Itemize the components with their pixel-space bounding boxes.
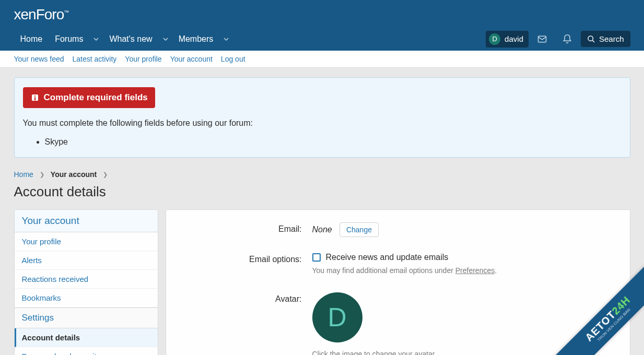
search-button[interactable]: Search	[581, 31, 630, 47]
svg-point-1	[588, 36, 593, 41]
notice-text: You must complete the following fields b…	[23, 119, 622, 128]
sidebar-item-account-details[interactable]: Account details	[15, 328, 158, 347]
alerts-icon[interactable]	[556, 29, 579, 50]
sidebar-head: Your account	[15, 210, 158, 232]
user-name: david	[505, 34, 523, 43]
nav-members[interactable]: Members	[172, 28, 220, 50]
members-toggle-icon[interactable]	[219, 30, 233, 48]
user-avatar-small: D	[489, 33, 500, 45]
page-title: Account details	[14, 184, 630, 200]
subnav-latest[interactable]: Latest activity	[73, 55, 117, 63]
receive-news-label: Receive news and update emails	[326, 253, 449, 262]
inbox-icon[interactable]	[531, 29, 554, 50]
subnav-logout[interactable]: Log out	[221, 55, 245, 63]
search-label: Search	[599, 34, 624, 43]
nav-home[interactable]: Home	[14, 28, 49, 50]
info-icon	[30, 93, 40, 102]
email-options-hint: You may find additional email options un…	[312, 266, 619, 275]
nav-forums[interactable]: Forums	[49, 28, 89, 50]
whatsnew-toggle-icon[interactable]	[159, 30, 172, 48]
forums-toggle-icon[interactable]	[89, 30, 103, 48]
email-value: None	[312, 225, 332, 234]
subnav-account[interactable]: Your account	[170, 55, 213, 63]
sidebar-item-bookmarks[interactable]: Bookmarks	[15, 289, 158, 307]
sidebar-item-profile[interactable]: Your profile	[15, 232, 158, 251]
change-email-button[interactable]: Change	[339, 222, 379, 237]
notice-field-item: Skype	[45, 137, 622, 147]
subnav-feed[interactable]: Your news feed	[14, 55, 64, 63]
chevron-right-icon: ❯	[103, 171, 108, 178]
sidebar-item-alerts[interactable]: Alerts	[15, 251, 158, 270]
email-label: Email:	[177, 222, 312, 237]
subnav-profile[interactable]: Your profile	[125, 55, 161, 63]
account-sidebar: Your account Your profile Alerts Reactio…	[14, 209, 158, 355]
sidebar-item-reactions[interactable]: Reactions received	[15, 270, 158, 289]
sidebar-item-password[interactable]: Password and security	[15, 347, 158, 355]
site-logo[interactable]: xenForo™	[14, 6, 69, 22]
nav-whatsnew[interactable]: What's new	[103, 28, 158, 50]
account-form: Email: None Change Email options: Receiv…	[166, 209, 630, 355]
avatar-image[interactable]: D	[312, 292, 362, 342]
breadcrumb-current: Your account	[51, 170, 97, 179]
sidebar-section-settings: Settings	[15, 307, 158, 328]
breadcrumb: Home ❯ Your account ❯	[14, 170, 630, 179]
preferences-link[interactable]: Preferences	[455, 266, 495, 275]
svg-point-3	[34, 96, 35, 97]
avatar-label: Avatar:	[177, 292, 312, 355]
receive-news-checkbox[interactable]	[312, 253, 321, 262]
svg-rect-4	[34, 97, 35, 100]
notice-title: Complete required fields	[23, 87, 155, 108]
chevron-right-icon: ❯	[40, 171, 44, 178]
notice-box: Complete required fields You must comple…	[14, 77, 630, 158]
avatar-hint: Click the image to change your avatar.	[312, 350, 619, 355]
user-menu[interactable]: D david	[486, 31, 529, 48]
breadcrumb-home[interactable]: Home	[14, 170, 33, 179]
search-icon	[587, 35, 595, 43]
email-options-label: Email options:	[177, 253, 312, 275]
